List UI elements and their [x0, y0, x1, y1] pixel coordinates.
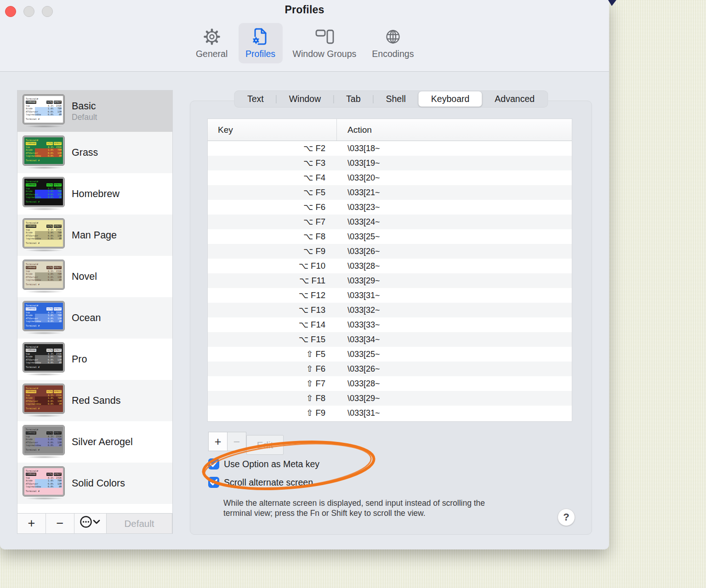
sidebar-footer: + − Default: [17, 513, 172, 533]
profile-list-item[interactable]: Terminal#COMMAND%CPURPRVTtop4.1%231KXcod…: [17, 256, 172, 297]
toolbar-item-window-groups[interactable]: Window Groups: [287, 23, 362, 63]
preferences-toolbar: General Profiles Window Groups Encodings: [0, 23, 609, 63]
thumb-process-row: loginwindow0.0%4M: [26, 278, 62, 281]
profile-list-item[interactable]: Terminal#COMMAND%CPURPRVTtop4.1%231KXcod…: [17, 132, 172, 173]
profile-list-item[interactable]: Terminal#COMMAND%CPURPRVTtop4.1%231KXcod…: [17, 173, 172, 215]
profile-name-block: Pro: [72, 353, 87, 366]
key-mapping-row[interactable]: ⌥ F15\033[34~: [208, 332, 572, 347]
profile-list-item[interactable]: Terminal#COMMAND%CPURPRVTtop4.1%231KXcod…: [17, 297, 172, 339]
globe-icon: [383, 27, 403, 47]
default-profile-button[interactable]: Default: [107, 514, 172, 533]
edit-key-button[interactable]: Edit: [246, 435, 284, 455]
key-mapping-row[interactable]: ⌥ F12\033[31~: [208, 288, 572, 303]
desktop-background: { "desktop": { "background_color": "#eff…: [0, 0, 706, 588]
action-cell: \033[21~: [337, 188, 380, 198]
thumb-col-rprvt: RPRVT: [54, 266, 62, 269]
thumb-title: Terminal#: [26, 139, 62, 141]
thumb-prompt: Terminal #: [26, 324, 62, 327]
action-cell: \033[29~: [337, 394, 380, 403]
profiles-sidebar: Terminal#COMMAND%CPURPRVTtop4.1%231KXcod…: [17, 90, 173, 534]
remove-key-button[interactable]: −: [227, 432, 246, 451]
tab-shell[interactable]: Shell: [373, 91, 418, 107]
add-key-button[interactable]: +: [208, 432, 228, 451]
tab-keyboard[interactable]: Keyboard: [419, 91, 482, 107]
key-mapping-row[interactable]: ⌥ F10\033[28~: [208, 259, 572, 273]
checkbox-label: Scroll alternate screen: [224, 477, 313, 488]
thumb-process-row: loginwindow0.0%4M: [26, 113, 62, 116]
key-mapping-row[interactable]: ⌥ F6\033[23~: [208, 200, 572, 215]
profile-list-item[interactable]: Terminal#COMMAND%CPURPRVTtop4.1%231KXcod…: [17, 380, 172, 421]
key-mapping-row[interactable]: ⇧ F5\033[25~: [208, 347, 572, 362]
action-cell: \033[26~: [337, 247, 380, 256]
help-button[interactable]: ?: [558, 509, 575, 526]
profile-subtitle: Default: [72, 113, 97, 122]
action-cell: \033[19~: [337, 158, 380, 168]
toolbar-item-general[interactable]: General: [190, 23, 234, 63]
profile-name: Novel: [72, 271, 97, 283]
profile-name-block: Novel: [72, 271, 97, 283]
tab-advanced[interactable]: Advanced: [482, 91, 547, 107]
thumb-col-command: COMMAND: [26, 101, 36, 103]
profile-name-block: Homebrew: [72, 188, 120, 200]
thumb-col-cpu: %CPU: [46, 142, 53, 145]
thumbnail-shadow: [25, 497, 63, 500]
profile-list-item[interactable]: Terminal#COMMAND%CPURPRVTtop4.1%231KXcod…: [17, 215, 172, 256]
thumb-col-cpu: %CPU: [46, 349, 53, 351]
profile-list-item[interactable]: Terminal#COMMAND%CPURPRVTtop4.1%231KXcod…: [17, 90, 172, 132]
thumb-col-rprvt: RPRVT: [54, 101, 62, 103]
checkbox-checked[interactable]: [208, 477, 219, 488]
key-mapping-row[interactable]: ⌥ F11\033[29~: [208, 273, 572, 288]
window-groups-icon: [314, 27, 335, 47]
key-mapping-row[interactable]: ⌥ F9\033[26~: [208, 244, 572, 259]
key-mapping-row[interactable]: ⌥ F14\033[33~: [208, 317, 572, 332]
key-mapping-row[interactable]: ⇧ F7\033[28~: [208, 376, 572, 391]
tab-window[interactable]: Window: [277, 91, 333, 107]
key-mapping-row[interactable]: ⌥ F5\033[21~: [208, 185, 572, 200]
profile-thumbnail: Terminal#COMMAND%CPURPRVTtop4.1%231KXcod…: [23, 467, 65, 500]
key-mapping-row[interactable]: ⌥ F4\033[20~: [208, 170, 572, 185]
key-mapping-row[interactable]: ⌥ F7\033[24~: [208, 215, 572, 229]
remove-profile-button[interactable]: −: [46, 514, 74, 533]
key-mapping-row[interactable]: ⌥ F8\033[25~: [208, 229, 572, 244]
terminal-thumbnail-preview: Terminal#COMMAND%CPURPRVTtop4.1%231KXcod…: [23, 343, 64, 372]
profile-list-item[interactable]: Terminal#COMMAND%CPURPRVTtop4.1%231KXcod…: [17, 463, 172, 504]
profile-list-item[interactable]: Terminal#COMMAND%CPURPRVTtop4.1%231KXcod…: [17, 339, 172, 380]
column-header-key[interactable]: Key: [208, 119, 337, 141]
terminal-thumbnail-preview: Terminal#COMMAND%CPURPRVTtop4.1%231KXcod…: [23, 467, 64, 496]
terminal-preferences-window: Profiles General Profiles Window Groups: [0, 0, 609, 549]
toolbar-item-profiles[interactable]: Profiles: [239, 23, 283, 63]
window-title: Profiles: [0, 4, 609, 16]
thumbnail-shadow: [25, 414, 63, 417]
profile-thumbnail: Terminal#COMMAND%CPURPRVTtop4.1%231KXcod…: [23, 219, 65, 252]
action-cell: \033[31~: [337, 408, 380, 418]
key-cell: ⌥ F6: [208, 202, 337, 212]
thumb-prompt: Terminal #: [26, 283, 62, 286]
key-mapping-row[interactable]: ⇧ F6\033[26~: [208, 362, 572, 376]
thumb-col-command: COMMAND: [26, 142, 36, 145]
checkbox-checked[interactable]: [208, 458, 219, 469]
terminal-thumbnail-preview: Terminal#COMMAND%CPURPRVTtop4.1%231KXcod…: [23, 219, 64, 248]
key-mapping-row[interactable]: ⇧ F9\033[31~: [208, 406, 572, 420]
thumb-title: Terminal#: [26, 469, 62, 472]
action-cell: \033[28~: [337, 261, 380, 271]
tab-text[interactable]: Text: [235, 91, 276, 107]
toolbar-item-encodings[interactable]: Encodings: [366, 23, 419, 63]
column-header-action[interactable]: Action: [337, 125, 372, 135]
key-mapping-row[interactable]: ⇧ F8\033[29~: [208, 391, 572, 406]
thumb-prompt: Terminal #: [26, 490, 62, 492]
key-mapping-row[interactable]: ⌥ F3\033[19~: [208, 156, 572, 170]
tab-tab[interactable]: Tab: [334, 91, 373, 107]
more-options-button[interactable]: [74, 514, 107, 533]
toolbar-item-label: Window Groups: [293, 49, 357, 59]
thumb-columns: COMMAND%CPURPRVT: [26, 183, 62, 186]
key-cell: ⌥ F3: [208, 158, 337, 168]
thumb-columns: COMMAND%CPURPRVT: [26, 142, 62, 145]
thumb-process-row: loginwindow0.0%4M: [26, 361, 62, 364]
action-cell: \033[26~: [337, 364, 380, 374]
add-profile-button[interactable]: +: [17, 514, 46, 533]
key-mapping-row[interactable]: ⌥ F13\033[32~: [208, 303, 572, 317]
profile-thumbnail: Terminal#COMMAND%CPURPRVTtop4.1%231KXcod…: [23, 260, 65, 293]
thumb-process-row: loginwindow0.0%4M: [26, 444, 62, 447]
key-mapping-row[interactable]: ⌥ F2\033[18~: [208, 141, 572, 156]
profile-list-item[interactable]: Terminal#COMMAND%CPURPRVTtop4.1%231KXcod…: [17, 421, 172, 463]
